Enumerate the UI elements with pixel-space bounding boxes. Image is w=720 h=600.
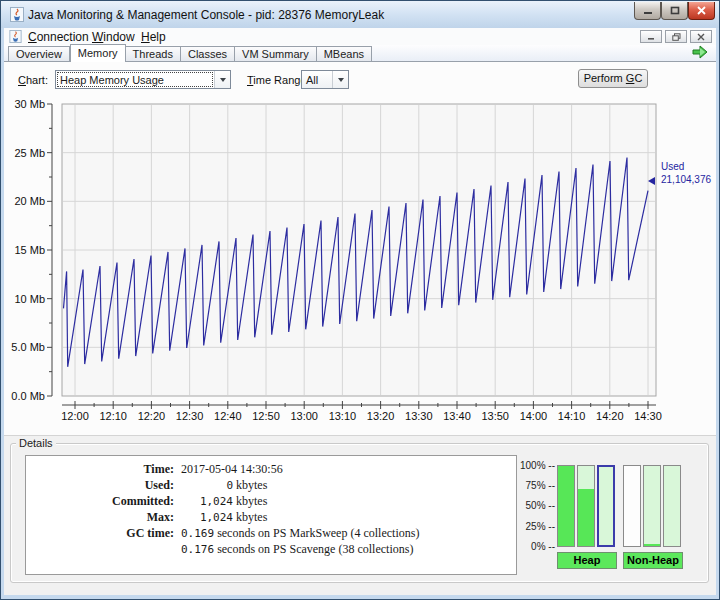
details-row-text: 2017-05-04 14:30:56 [181, 462, 283, 476]
tab-overview[interactable]: Overview [8, 46, 70, 61]
x-tick-label: 14:30 [634, 410, 662, 422]
tab-memory[interactable]: Memory [70, 44, 126, 62]
x-tick-label: 12:00 [61, 410, 89, 422]
tab-vm-summary[interactable]: VM Summary [235, 46, 317, 61]
x-tick-label: 12:20 [138, 410, 166, 422]
bar-used-fill [578, 489, 594, 546]
bar-committed-fill [644, 466, 660, 546]
details-row: 0.176 seconds on PS Scavenge (38 collect… [26, 541, 516, 557]
details-row-label: Used: [26, 477, 181, 493]
used-annotation-value: 21,104,376 [661, 174, 711, 185]
menu-help[interactable]: Help [141, 30, 166, 44]
details-row: Committed:1,024 kbytes [26, 493, 516, 509]
heap-button[interactable]: Heap [557, 552, 617, 569]
x-tick-label: 13:50 [481, 410, 509, 422]
details-row-label: Committed: [26, 493, 181, 509]
y-tick-label: 15 Mb [14, 244, 45, 256]
x-tick-label: 13:20 [367, 410, 395, 422]
details-row-label: Time: [26, 461, 181, 477]
details-row-label: Max: [26, 509, 181, 525]
y-tick-label: 0.0 Mb [11, 390, 45, 402]
x-tick-label: 14:00 [520, 410, 548, 422]
java-icon [10, 7, 24, 22]
x-tick-label: 12:40 [214, 410, 242, 422]
window-title: Java Monitoring & Management Console - p… [28, 8, 384, 22]
gauge-percent-label: 0% -- [495, 541, 555, 552]
java-icon-small [9, 30, 22, 43]
details-row: GC time:0.169 seconds on PS MarkSweep (4… [26, 525, 516, 541]
window-close-button[interactable] [688, 2, 715, 20]
used-annotation-label: Used [661, 161, 684, 172]
time-range-select[interactable]: All [301, 70, 349, 89]
time-range-arrow[interactable] [332, 71, 348, 88]
x-tick-label: 12:10 [99, 410, 127, 422]
gauge-percent-label: 75% -- [495, 480, 555, 491]
details-row-text: seconds on PS Scavenge (38 collections) [214, 542, 413, 556]
details-row-number: 0.169 [181, 527, 214, 540]
memory-pool-bar-heap-2[interactable] [577, 465, 595, 547]
details-row-number: 0 [181, 478, 233, 494]
memory-pool-bars [557, 465, 681, 547]
details-row-text: kbytes [233, 510, 267, 524]
window-maximize-button[interactable] [661, 2, 688, 20]
gauge-percent-label: 25% -- [495, 521, 555, 532]
details-row-text: kbytes [233, 494, 267, 508]
titlebar: Java Monitoring & Management Console - p… [1, 1, 719, 28]
details-row-number: 0.176 [181, 543, 214, 556]
perform-gc-button[interactable]: Perform GC [578, 69, 648, 88]
y-tick-label: 20 Mb [14, 195, 45, 207]
memory-pool-bar-heap-3[interactable] [597, 465, 615, 547]
x-tick-label: 13:30 [405, 410, 433, 422]
details-row-number: 1,024 [181, 494, 233, 510]
y-tick-label: 5.0 Mb [11, 341, 45, 353]
iframe-restore-button[interactable] [665, 30, 687, 43]
memory-pool-bar-nonheap-1[interactable] [623, 465, 641, 547]
x-tick-label: 14:20 [596, 410, 624, 422]
time-range-value: All [302, 71, 332, 88]
nonheap-button[interactable]: Non-Heap [623, 552, 683, 569]
tab-threads[interactable]: Threads [126, 46, 181, 61]
bar-used-fill [558, 466, 574, 546]
details-info-box: Time:2017-05-04 14:30:56Used:0 kbytesCom… [25, 455, 517, 575]
details-row: Used:0 kbytes [26, 477, 516, 493]
memory-pool-bar-heap-1[interactable] [557, 465, 575, 547]
y-tick-label: 30 Mb [14, 98, 45, 110]
x-tick-label: 12:30 [176, 410, 204, 422]
chart-select-value: Heap Memory Usage [56, 71, 214, 88]
menu-window[interactable]: Window [92, 30, 135, 44]
window-minimize-button[interactable] [634, 2, 661, 20]
y-tick-label: 10 Mb [14, 293, 45, 305]
gauge-percent-label: 50% -- [495, 500, 555, 511]
x-tick-label: 13:00 [290, 410, 318, 422]
heap-usage-chart: 30 Mb25 Mb20 Mb15 Mb10 Mb5.0 Mb0.0 Mb12:… [0, 95, 720, 435]
chevron-down-icon [220, 78, 226, 85]
x-tick-label: 13:40 [443, 410, 471, 422]
tab-mbeans[interactable]: MBeans [317, 46, 372, 61]
bar-used-fill [644, 544, 660, 546]
y-tick-label: 25 Mb [14, 147, 45, 159]
gauge-percent-label: 100% -- [495, 460, 555, 471]
chart-select[interactable]: Heap Memory Usage [55, 70, 231, 89]
details-group-label: Details [16, 437, 56, 449]
details-row-label: GC time: [26, 525, 181, 541]
tab-strip: OverviewMemoryThreadsClassesVM SummaryMB… [4, 45, 716, 62]
tab-classes[interactable]: Classes [181, 46, 235, 61]
details-row-number: 1,024 [181, 510, 233, 526]
x-tick-label: 14:10 [558, 410, 586, 422]
iframe-minimize-button[interactable] [640, 30, 662, 43]
details-row-text: kbytes [233, 478, 267, 492]
memory-pool-bar-nonheap-2[interactable] [643, 465, 661, 547]
bar-committed-fill [664, 466, 680, 546]
x-tick-label: 12:50 [252, 410, 280, 422]
x-tick-label: 13:10 [329, 410, 357, 422]
chevron-down-icon [338, 78, 344, 85]
bar-committed-fill [599, 467, 613, 545]
memory-pool-bar-nonheap-3[interactable] [663, 465, 681, 547]
iframe-close-button[interactable] [690, 30, 712, 43]
tabs: OverviewMemoryThreadsClassesVM SummaryMB… [8, 44, 372, 61]
jconsole-window: { "window": { "title": "Java Monitoring … [0, 0, 720, 600]
chart-select-arrow[interactable] [214, 71, 230, 88]
menu-connection[interactable]: Connection [28, 30, 89, 44]
connection-status-icon [692, 45, 709, 59]
chart-select-label: Chart: [18, 74, 48, 86]
